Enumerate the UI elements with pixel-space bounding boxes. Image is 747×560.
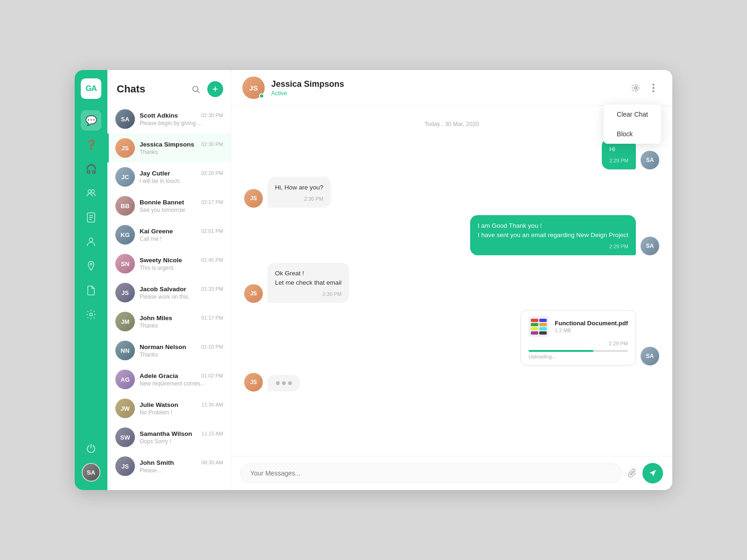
- attach-button[interactable]: [627, 469, 637, 478]
- chat-name-7: Jacob Salvador: [140, 286, 186, 293]
- typing-indicator: [268, 375, 300, 392]
- chat-preview-9: Thanks: [140, 351, 223, 358]
- chat-item-6[interactable]: SN Sweety Nicole 01:45 PM This is urgent…: [107, 249, 231, 278]
- chat-time-2: 02:30 PM: [201, 141, 223, 147]
- message-input[interactable]: [240, 463, 622, 483]
- dropdown-block[interactable]: Block: [604, 124, 661, 144]
- outgoing-avatar-3: SA: [641, 237, 659, 255]
- chat-preview-2: Thanks: [140, 149, 223, 155]
- chat-preview-5: Call me !: [140, 236, 223, 242]
- file-bubble-5: Functional Document.pdf 1.2 MB 2:29 PM U…: [521, 310, 636, 365]
- nav-item-power[interactable]: [81, 438, 101, 458]
- chats-title: Chats: [117, 83, 145, 95]
- chat-info-13: John Smith 08:30 AM Please...: [140, 459, 223, 474]
- dropdown-menu: Clear Chat Block: [604, 105, 661, 144]
- chat-preview-8: Thanks: [140, 322, 223, 329]
- chat-avatar-5: KG: [115, 225, 135, 245]
- chat-item-1[interactable]: SA Scott Adkins 02:30 PM Please begin by…: [107, 105, 231, 133]
- chat-item-11[interactable]: JW Julie Watson 11:30 AM No Problem !: [107, 394, 231, 423]
- document-icon: [86, 212, 96, 223]
- chat-info-12: Samantha Wilson 11:15 AM Oops Sorry !: [140, 430, 223, 445]
- svg-line-10: [197, 91, 199, 93]
- chat-info-9: Norman Nelson 01:10 PM Thanks: [140, 343, 223, 358]
- nav-item-group[interactable]: [81, 183, 101, 203]
- dropdown-clear-chat[interactable]: Clear Chat: [604, 105, 661, 124]
- new-chat-button[interactable]: +: [207, 81, 223, 97]
- chat-avatar-2: JS: [115, 138, 135, 158]
- search-icon: [192, 85, 200, 93]
- settings-gear-button[interactable]: [627, 80, 643, 96]
- nav-item-team[interactable]: [81, 231, 101, 252]
- dot-3: [288, 381, 292, 385]
- nav-item-chat[interactable]: 💬: [81, 110, 101, 131]
- active-contact-avatar: JS: [242, 77, 265, 99]
- upload-progress-bar-bg: [529, 350, 628, 352]
- chat-item-3[interactable]: JC Jay Cutler 02:20 PM I will be in touc…: [107, 162, 231, 191]
- message-row-5: SA Func: [244, 310, 659, 365]
- chat-avatar-4: BB: [115, 196, 135, 216]
- chat-name-2: Jessica Simpsons: [140, 141, 194, 148]
- file-size: 1.2 MB: [555, 328, 628, 333]
- bubble-time-2: 2:30 PM: [275, 195, 324, 203]
- nav-item-headset[interactable]: 🎧: [81, 159, 101, 179]
- user-avatar[interactable]: SA: [82, 463, 100, 482]
- chat-item-7[interactable]: JS Jacob Salvador 01:33 PM Please work o…: [107, 278, 231, 307]
- avatar-initials: SA: [83, 464, 99, 481]
- search-button[interactable]: [188, 81, 204, 97]
- chat-topbar: JS Jessica Simpsons Active: [231, 70, 672, 106]
- chat-avatar-7: JS: [115, 283, 135, 302]
- message-row-1: SA Hi 2:29 PM: [244, 139, 659, 169]
- file-icon: [87, 285, 95, 295]
- bubble-4: Ok Great !Let me check that email 2:30 P…: [268, 263, 349, 303]
- chat-info-4: Bonnie Bannet 02:17 PM See you tomorrow: [140, 199, 223, 213]
- chat-preview-1: Please begin by giving ...: [140, 120, 223, 126]
- help-icon: ❓: [85, 139, 97, 150]
- chat-item-13[interactable]: JS John Smith 08:30 AM Please...: [107, 452, 231, 481]
- svg-point-13: [652, 87, 654, 89]
- chat-main: JS Jessica Simpsons Active: [231, 70, 672, 490]
- chat-name-row-4: Bonnie Bannet 02:17 PM: [140, 199, 223, 206]
- chat-info-2: Jessica Simpsons 02:30 PM Thanks: [140, 141, 223, 155]
- nav-items: 💬 ❓ 🎧: [81, 110, 101, 438]
- chat-preview-11: No Problem !: [140, 409, 223, 416]
- chat-avatar-1: SA: [115, 109, 135, 129]
- chat-item-8[interactable]: JM John Miles 01:17 PM Thanks: [107, 307, 231, 336]
- plus-icon: +: [212, 83, 218, 95]
- chat-list: SA Scott Adkins 02:30 PM Please begin by…: [107, 105, 231, 490]
- headset-icon: 🎧: [85, 163, 97, 175]
- app-logo: GA: [81, 78, 101, 99]
- chat-preview-3: I will be in touch.: [140, 178, 223, 184]
- send-button[interactable]: [642, 463, 663, 483]
- bubble-text-3: I am Good Thank you !I have sent you an …: [478, 222, 628, 238]
- chat-item-12[interactable]: SW Samantha Wilson 11:15 AM Oops Sorry !: [107, 423, 231, 452]
- more-options-button[interactable]: [645, 80, 661, 96]
- chat-name-row-11: Julie Watson 11:30 AM: [140, 401, 223, 408]
- nav-item-file[interactable]: [81, 280, 101, 301]
- chat-preview-13: Please...: [140, 467, 223, 474]
- chat-item-2[interactable]: JS Jessica Simpsons 02:30 PM Thanks: [107, 133, 231, 162]
- chat-item-10[interactable]: AG Adele Gracia 01:02 PM New requirement…: [107, 365, 231, 394]
- nav-item-help[interactable]: ❓: [81, 134, 101, 155]
- chat-time-1: 02:30 PM: [201, 112, 223, 118]
- chat-item-4[interactable]: BB Bonnie Bannet 02:17 PM See you tomorr…: [107, 191, 231, 220]
- chat-info-6: Sweety Nicole 01:45 PM This is urgent.: [140, 257, 223, 271]
- bubble-time-3: 2:29 PM: [478, 243, 628, 251]
- chat-name-row-3: Jay Cutler 02:20 PM: [140, 170, 223, 177]
- bubble-text-2: Hi, How are you?: [275, 184, 324, 191]
- outgoing-avatar-5: SA: [641, 347, 659, 365]
- chat-item-9[interactable]: NN Norman Nelson 01:10 PM Thanks: [107, 336, 231, 365]
- message-row-6: JS: [244, 373, 659, 392]
- file-row: Functional Document.pdf 1.2 MB: [529, 316, 628, 337]
- settings-icon: [86, 309, 96, 320]
- chat-time-5: 02:01 PM: [201, 228, 223, 234]
- nav-item-location[interactable]: [81, 256, 101, 276]
- chat-item-5[interactable]: KG Kai Greene 02:01 PM Call me !: [107, 220, 231, 249]
- active-contact-name: Jessica Simpsons: [271, 79, 627, 89]
- chat-avatar-10: AG: [115, 370, 135, 389]
- nav-item-settings[interactable]: [81, 304, 101, 325]
- nav-item-document[interactable]: [81, 207, 101, 228]
- svg-point-7: [90, 263, 92, 265]
- upload-status-text: Uploading...: [529, 354, 628, 359]
- bubble-time-4: 2:30 PM: [275, 290, 342, 298]
- chat-name-8: John Miles: [140, 315, 172, 322]
